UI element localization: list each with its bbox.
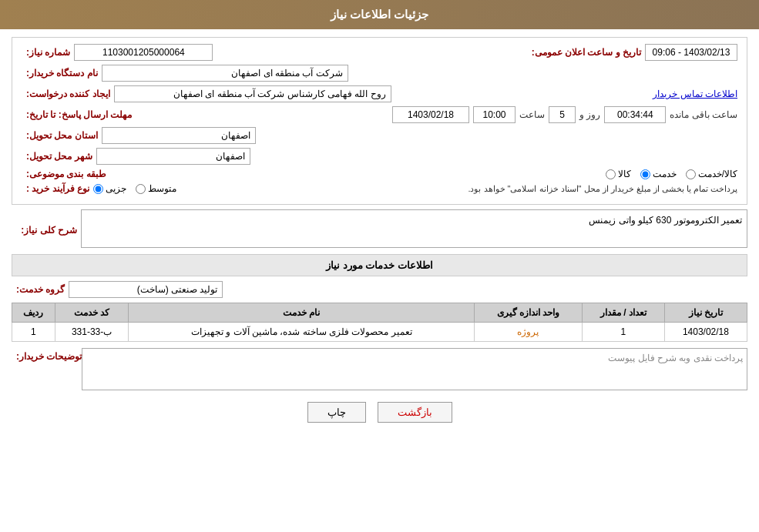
radio-service[interactable]: خدمت (640, 169, 677, 179)
buyer-desc-label: توضیحات خریدار: (16, 348, 82, 362)
radio-goods-service-label: کالا/خدمت (698, 169, 737, 179)
back-button[interactable]: بازگشت (378, 402, 452, 423)
row-buyer-desc: پرداخت نقدی وبه شرح فایل پیوست توضیحات خ… (12, 348, 747, 390)
category-radio-area: کالا/خدمت خدمت کالا (606, 169, 737, 179)
reply-date-value: 1403/02/18 (392, 106, 469, 123)
page-wrapper: جزئیات اطلاعات نیاز 1403/02/13 - 09:06 ت… (0, 0, 759, 532)
purchase-radio-area: متوسط جزیی نوع فرآیند خرید : (22, 183, 176, 194)
creator-contact-link-area[interactable]: اطلاعات تماس خریدار (653, 89, 737, 99)
province-value: اصفهان (102, 127, 256, 144)
radio-goods-service[interactable]: کالا/خدمت (686, 169, 737, 179)
services-table-body: 1403/02/18 1 پروژه تعمیر محصولات فلزی سا… (12, 323, 747, 342)
announcement-value: 1403/02/13 - 09:06 (645, 44, 737, 61)
need-desc-label-area: شرح کلی نیاز: (12, 222, 81, 236)
services-title: اطلاعات خدمات مورد نیاز (12, 254, 747, 276)
main-content: 1403/02/13 - 09:06 تاریخ و ساعت اعلان عم… (0, 29, 759, 438)
row-need-announcement: 1403/02/13 - 09:06 تاریخ و ساعت اعلان عم… (22, 44, 737, 61)
row-purchase-type: پرداخت تمام یا بخشی از مبلغ خریدار از مح… (22, 183, 737, 194)
buyer-station-value: شرکت آب منطقه ای اصفهان (102, 65, 348, 82)
page-header: جزئیات اطلاعات نیاز (0, 0, 759, 29)
province-label: استان محل تحویل: (26, 130, 98, 141)
city-label: شهر محل تحویل: (26, 151, 92, 162)
services-table-header-row: تاریخ نیاز تعداد / مقدار واحد اندازه گیر… (12, 303, 747, 323)
radio-medium-label: متوسط (148, 183, 176, 194)
creator-contact-link[interactable]: اطلاعات تماس خریدار (653, 89, 737, 99)
buyer-station-field: شرکت آب منطقه ای اصفهان نام دستگاه خریدا… (22, 65, 348, 82)
remaining-label: ساعت باقی مانده (670, 109, 737, 120)
row-need-desc: تعمیر الکتروموتور 630 کیلو واتی زیمنس شر… (12, 209, 747, 248)
services-section: اطلاعات خدمات مورد نیاز تولید صنعتی (ساخ… (12, 254, 747, 342)
col-unit: واحد اندازه گیری (475, 303, 583, 323)
announcement-label: تاریخ و ساعت اعلان عمومی: (532, 47, 641, 58)
col-quantity: تعداد / مقدار (582, 303, 664, 323)
buyer-desc-value: پرداخت نقدی وبه شرح فایل پیوست (82, 348, 747, 390)
row-city: اصفهان شهر محل تحویل: (22, 148, 737, 165)
cell-row-num: 1 (12, 323, 55, 342)
radio-service-input[interactable] (640, 169, 650, 179)
need-desc-label: شرح کلی نیاز: (21, 225, 77, 236)
reply-days-value: 5 (549, 106, 576, 123)
need-number-value: 1103001205000064 (74, 44, 213, 61)
row-category: کالا/خدمت خدمت کالا طبق (22, 169, 737, 179)
radio-service-label: خدمت (653, 169, 677, 179)
need-number-label: شماره نیاز: (26, 47, 70, 58)
services-table: تاریخ نیاز تعداد / مقدار واحد اندازه گیر… (12, 303, 747, 342)
row-deadline: ساعت باقی مانده 00:34:44 روز و 5 ساعت 10… (22, 106, 737, 123)
radio-partial-input[interactable] (93, 184, 103, 194)
category-label: طبقه بندی موضوعی: (26, 169, 106, 179)
category-label-area: طبقه بندی موضوعی: (22, 169, 106, 179)
row-buyer-station: شرکت آب منطقه ای اصفهان نام دستگاه خریدا… (22, 65, 737, 82)
radio-goods[interactable]: کالا (606, 169, 631, 179)
cell-date: 1403/02/18 (664, 323, 747, 342)
cell-unit: پروژه (475, 323, 583, 342)
print-button[interactable]: چاپ (307, 402, 366, 423)
col-service-name: نام خدمت (129, 303, 475, 323)
col-date: تاریخ نیاز (664, 303, 747, 323)
services-table-head: تاریخ نیاز تعداد / مقدار واحد اندازه گیر… (12, 303, 747, 323)
deadline-label-area: مهلت ارسال پاسخ: تا تاریخ: (22, 109, 132, 120)
purchase-type-label: نوع فرآیند خرید : (26, 183, 89, 194)
purchase-note: پرداخت تمام یا بخشی از مبلغ خریدار از مح… (468, 184, 737, 194)
reply-time-label: ساعت (519, 109, 545, 120)
cell-quantity: 1 (582, 323, 664, 342)
need-desc-box-area: تعمیر الکتروموتور 630 کیلو واتی زیمنس (81, 209, 747, 248)
table-row: 1403/02/18 1 پروژه تعمیر محصولات فلزی سا… (12, 323, 747, 342)
need-desc-value: تعمیر الکتروموتور 630 کیلو واتی زیمنس (81, 209, 747, 248)
row-creator: اطلاعات تماس خریدار روح الله فهامی کارشن… (22, 85, 737, 102)
page-title: جزئیات اطلاعات نیاز (331, 8, 428, 21)
buttons-row: بازگشت چاپ (12, 402, 747, 423)
radio-goods-input[interactable] (606, 169, 616, 179)
remaining-value: 00:34:44 (604, 106, 666, 123)
buyer-desc-box-area: پرداخت نقدی وبه شرح فایل پیوست (82, 348, 747, 390)
category-radio-group: کالا/خدمت خدمت کالا (606, 169, 737, 179)
radio-goods-service-input[interactable] (686, 169, 696, 179)
city-value: اصفهان (96, 148, 250, 165)
row-service-group: تولید صنعتی (ساخت) گروه خدمت: (12, 281, 747, 298)
creator-value: روح الله فهامی کارشناس شرکت آب منطقه ای … (114, 85, 391, 102)
creator-label: ایجاد کننده درخواست: (26, 89, 110, 99)
radio-partial[interactable]: جزیی (93, 183, 126, 194)
radio-medium[interactable]: متوسط (136, 183, 176, 194)
col-service-code: کد خدمت (55, 303, 129, 323)
reply-deadline-label: مهلت ارسال پاسخ: تا تاریخ: (26, 109, 132, 120)
row-province: اصفهان استان محل تحویل: (22, 127, 737, 144)
radio-medium-input[interactable] (136, 184, 146, 194)
service-group-label: گروه خدمت: (16, 284, 65, 295)
reply-days-label: روز و (579, 109, 600, 120)
announcement-field: 1403/02/13 - 09:06 تاریخ و ساعت اعلان عم… (527, 44, 737, 61)
radio-goods-label: کالا (618, 169, 631, 179)
purchase-radio-group: متوسط جزیی (93, 183, 176, 194)
cell-service-name: تعمیر محصولات فلزی ساخته شده، ماشین آلات… (129, 323, 475, 342)
cell-service-code: ب-33-331 (55, 323, 129, 342)
buyer-station-label: نام دستگاه خریدار: (26, 68, 98, 79)
creator-field: روح الله فهامی کارشناس شرکت آب منطقه ای … (22, 85, 391, 102)
reply-time-value: 10:00 (473, 106, 516, 123)
service-group-value: تولید صنعتی (ساخت) (69, 281, 223, 298)
city-field: اصفهان شهر محل تحویل: (22, 148, 250, 165)
service-group-field: تولید صنعتی (ساخت) گروه خدمت: (12, 281, 223, 298)
need-number-field: 1103001205000064 شماره نیاز: (22, 44, 213, 61)
remaining-time-area: ساعت باقی مانده 00:34:44 روز و 5 ساعت 10… (392, 106, 737, 123)
info-section: 1403/02/13 - 09:06 تاریخ و ساعت اعلان عم… (12, 37, 747, 205)
col-row-num: ردیف (12, 303, 55, 323)
province-field: اصفهان استان محل تحویل: (22, 127, 256, 144)
